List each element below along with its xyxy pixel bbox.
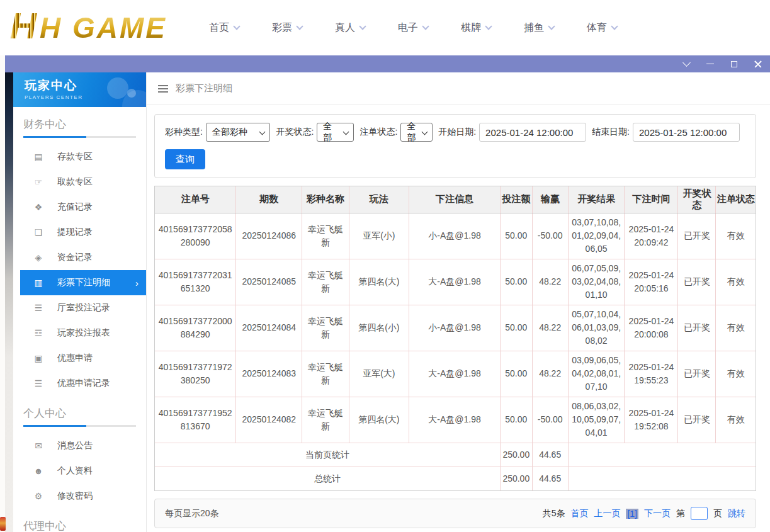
sidebar-item-label: 取款专区 (57, 176, 93, 188)
sidebar-item-label: 厅室投注记录 (57, 302, 110, 314)
table-cell: 48.22 (532, 259, 568, 305)
column-header: 下注时间 (625, 186, 678, 213)
column-header: 开奖结果 (568, 186, 625, 213)
search-button[interactable]: 查询 (165, 149, 205, 169)
sidebar-item-label: 存款专区 (57, 151, 93, 162)
first-page-link[interactable]: 首页 (570, 508, 588, 519)
player-center-window: 玩家中心 PLAYERS CENTER 财务中心▤存款专区☞取款专区❖充值记录❏… (13, 72, 770, 532)
sidebar-item-label: 优惠申请 (57, 353, 93, 364)
nav-item-label: 首页 (209, 21, 229, 35)
sidebar-item-funds-records[interactable]: ◈资金记录 (20, 245, 146, 270)
chevron-down-button[interactable] (674, 55, 698, 72)
desktop-background-strip (5, 72, 13, 532)
sidebar-item-label: 消息公告 (57, 440, 93, 451)
close-button[interactable] (746, 55, 770, 72)
table-cell: 已开奖 (678, 351, 716, 397)
table-cell: 50.00 (501, 213, 533, 259)
chevron-down-icon (359, 23, 366, 30)
jump-page-input[interactable] (691, 507, 708, 520)
table-cell: 亚军(大) (349, 351, 409, 397)
table-cell: 已开奖 (678, 397, 716, 443)
sidebar-item-label: 充值记录 (57, 201, 93, 213)
column-header: 开奖状态 (678, 186, 716, 213)
sidebar-section-title: 代理中心 (23, 519, 133, 532)
sidebar-item-change-password[interactable]: ⚙修改密码 (20, 484, 146, 509)
table-cell: 有效 (716, 213, 756, 259)
nav-item-live[interactable]: 真人 (335, 21, 365, 35)
end-date-input[interactable] (633, 123, 740, 142)
nav-item-lottery[interactable]: 彩票 (272, 21, 302, 35)
bet-status-value: 全部 (407, 121, 417, 144)
table-cell: 48.22 (532, 305, 568, 351)
minimize-button[interactable] (698, 55, 722, 72)
nav-item-label: 电子 (398, 21, 418, 35)
sidebar-item-recharge-records[interactable]: ❖充值记录 (20, 195, 146, 220)
sidebar-item-lottery-bet-details[interactable]: ▥彩票下注明细› (20, 270, 146, 295)
wallet-icon: ❏ (32, 227, 45, 237)
nav-item-sports[interactable]: 体育 (587, 21, 617, 35)
draw-status-select[interactable]: 全部 (317, 123, 354, 142)
sidebar-item-deposit-zone[interactable]: ▤存款专区 (20, 144, 146, 169)
table-cell: 有效 (716, 259, 756, 305)
table-cell: 50.00 (501, 305, 533, 351)
prev-page-link[interactable]: 上一页 (594, 508, 620, 519)
sidebar-item-promo-apply-records[interactable]: ☰优惠申请记录 (20, 371, 146, 396)
brand-logo-text: H GAME (40, 10, 167, 45)
bet-table-wrap: 注单号期数彩种名称玩法下注信息投注额输赢开奖结果下注时间开奖状态注单状态 401… (154, 186, 756, 491)
nav-item-slots[interactable]: 电子 (398, 21, 428, 35)
lottery-type-select[interactable]: 全部彩种 (206, 123, 271, 142)
chevron-down-icon (296, 23, 303, 30)
table-cell: 2025-01-24 19:55:23 (625, 351, 678, 397)
bet-detail-icon: ▥ (32, 278, 45, 288)
table-cell: 第四名(大) (349, 259, 409, 305)
table-cell: 有效 (716, 397, 756, 443)
table-cell: 48.22 (532, 351, 568, 397)
table-cell: 06,07,05,09,03,02,04,08,01,10 (568, 259, 625, 305)
table-cell: 20250124083 (236, 351, 302, 397)
sidebar-item-promo-apply[interactable]: ▣优惠申请 (20, 346, 146, 371)
table-cell: 08,06,03,02,10,05,09,07,04,01 (568, 397, 625, 443)
filter-panel: 彩种类型: 全部彩种 开奖状态: 全部 注单状态: 全部 开始日期: 结束日期: (154, 114, 756, 178)
jump-button[interactable]: 跳转 (728, 508, 745, 519)
window-titlebar (5, 55, 770, 72)
lottery-type-label: 彩种类型: (165, 127, 203, 138)
sidebar-item-messages[interactable]: ✉消息公告 (20, 433, 146, 458)
column-header: 玩法 (349, 186, 409, 213)
nav-item-home[interactable]: 首页 (209, 21, 239, 35)
sidebar-header: 玩家中心 PLAYERS CENTER (13, 72, 146, 107)
section-underline (23, 425, 136, 427)
sidebar-item-player-bet-report[interactable]: ☲玩家投注报表 (20, 320, 146, 346)
bell-icon: ✉ (32, 441, 45, 451)
summary-row: 当前页统计250.0044.65 (155, 443, 756, 467)
sidebar-item-profile[interactable]: ☻个人资料 (20, 458, 146, 484)
hamburger-menu-icon[interactable] (158, 85, 168, 93)
jump-suffix-text: 页 (713, 508, 722, 519)
table-cell: 50.00 (501, 397, 533, 443)
sidebar-item-hall-bet-records[interactable]: ☰厅室投注记录 (20, 295, 146, 320)
table-cell: 幸运飞艇新 (302, 305, 349, 351)
next-page-link[interactable]: 下一页 (644, 508, 671, 519)
bet-status-select[interactable]: 全部 (400, 123, 433, 142)
nav-item-label: 体育 (587, 21, 607, 35)
start-date-input[interactable] (479, 123, 586, 142)
nav-item-fishing[interactable]: 捕鱼 (524, 21, 554, 35)
table-cell: 401569173772031651320 (155, 259, 236, 305)
summary-win-loss: 44.65 (532, 467, 568, 490)
nav-item-board-games[interactable]: 棋牌 (461, 21, 491, 35)
maximize-button[interactable] (722, 55, 746, 72)
summary-label: 总统计 (155, 467, 501, 490)
gift-icon: ▣ (32, 353, 45, 363)
column-header: 投注额 (501, 186, 533, 213)
column-header: 期数 (236, 186, 302, 213)
top-site-bar: H H GAME 首页彩票真人电子棋牌捕鱼体育 (0, 0, 770, 55)
table-cell: 第四名(小) (349, 305, 409, 351)
start-date-label: 开始日期: (438, 127, 476, 138)
table-row: 40156917377203165132020250124085幸运飞艇新第四名… (155, 259, 756, 305)
sidebar-item-withdrawal-records[interactable]: ❏提现记录 (20, 220, 146, 245)
chevron-down-icon (485, 23, 492, 30)
table-cell: 大-A盘@1.98 (409, 351, 501, 397)
sidebar-item-withdraw-zone[interactable]: ☞取款专区 (20, 169, 146, 195)
table-cell: 2025-01-24 20:00:08 (625, 305, 678, 351)
table-cell: -50.00 (532, 213, 568, 259)
table-cell: 20250124084 (236, 305, 302, 351)
